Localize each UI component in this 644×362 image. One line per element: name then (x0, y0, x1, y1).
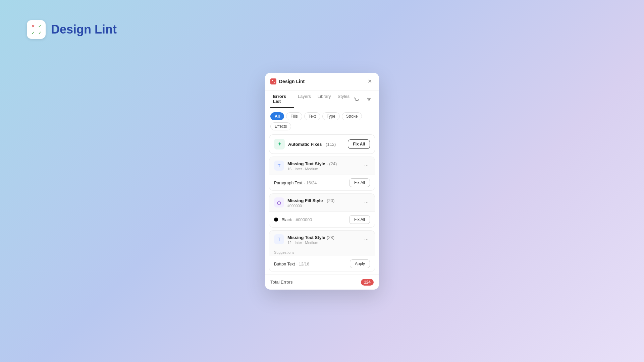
error-card-text-style-2: T Missing Text Style (28) 12 · Inter · M… (269, 230, 375, 272)
svg-rect-0 (272, 80, 273, 81)
more-button-3[interactable]: ··· (363, 235, 370, 244)
auto-fix-info: Automatic Fixes · (112) (288, 141, 336, 147)
error-item-label-2: Black · #000000 (274, 217, 312, 223)
filter-chips: All Fills Text Type Stroke Effects (265, 108, 379, 134)
more-button-2[interactable]: ··· (363, 198, 370, 207)
error-title-3: Missing Text Style (287, 235, 325, 240)
total-errors-label: Total Errors (270, 280, 292, 285)
nav-action-icons (352, 95, 374, 104)
error-info-3: Missing Text Style (28) 12 · Inter · Med… (287, 234, 334, 245)
auto-fix-count: · (112) (323, 142, 336, 147)
brand-title: Design Lint (51, 22, 117, 37)
panel-header-left: Design Lint (270, 78, 305, 84)
error-title-2: Missing Fill Style (287, 198, 323, 203)
brand-area: ✕ ✓ ✓ ✓ Design Lint (27, 20, 117, 39)
panel-logo-icon (270, 78, 276, 84)
plugin-panel: Design Lint ✕ Errors List Layers Library… (265, 73, 379, 290)
error-title-1: Missing Text Style (287, 161, 325, 166)
error-subtitle-2: #000000 (287, 204, 334, 208)
brand-icon-check2: ✓ (30, 30, 36, 36)
panel-footer: Total Errors 124 (265, 275, 379, 290)
error-subtitle-1: 16 · Inter · Medium (287, 167, 337, 171)
brand-icon-check1: ✓ (37, 23, 42, 29)
nav-tabs-list: Errors List Layers Library Styles (270, 90, 352, 108)
error-card-fill-style: Missing Fill Style · (20) #000000 ··· Bl… (269, 193, 375, 228)
auto-fix-card: ✦ Automatic Fixes · (112) Fix All (269, 134, 375, 154)
error-subtitle-3: 12 · Inter · Medium (287, 241, 334, 245)
error-card-footer-3: Button Text · 12/16 Apply (269, 256, 375, 272)
error-item-label-3: Button Text · 12/16 (274, 261, 309, 267)
errors-list: ✦ Automatic Fixes · (112) Fix All T Miss… (265, 134, 379, 272)
auto-fix-left: ✦ Automatic Fixes · (112) (274, 139, 336, 149)
tab-styles[interactable]: Styles (335, 90, 352, 108)
chip-all[interactable]: All (270, 112, 284, 120)
error-count-1: · (24) (327, 161, 337, 166)
panel-title: Design Lint (279, 79, 305, 84)
chip-text[interactable]: Text (304, 112, 320, 120)
total-errors-badge: 124 (361, 279, 374, 286)
brand-icon-check3: ✓ (37, 30, 42, 36)
error-card-header-2: Missing Fill Style · (20) #000000 ··· (269, 194, 375, 212)
error-card-left-2: Missing Fill Style · (20) #000000 (274, 197, 334, 208)
error-item-label-1: Paragraph Text · 16/24 (274, 180, 317, 186)
filter-icon[interactable] (364, 95, 374, 104)
auto-fix-title: Automatic Fixes (288, 142, 322, 147)
error-card-text-style-1: T Missing Text Style · (24) 16 · Inter ·… (269, 157, 375, 191)
auto-fix-icon: ✦ (274, 139, 285, 149)
error-title-row-1: Missing Text Style · (24) (287, 161, 337, 167)
error-title-row-2: Missing Fill Style · (20) (287, 197, 334, 203)
error-count-2: · (20) (324, 198, 334, 203)
chip-effects[interactable]: Effects (270, 122, 291, 130)
tab-library[interactable]: Library (315, 90, 334, 108)
error-count-3: (28) (327, 235, 334, 240)
refresh-icon[interactable] (352, 95, 362, 104)
fix-all-button-1[interactable]: Fix All (349, 178, 370, 187)
error-card-left-3: T Missing Text Style (28) 12 · Inter · M… (274, 234, 334, 245)
error-info-2: Missing Fill Style · (20) #000000 (287, 197, 334, 208)
error-title-row-3: Missing Text Style (28) (287, 234, 334, 240)
more-button-1[interactable]: ··· (363, 161, 370, 170)
error-card-header-3: T Missing Text Style (28) 12 · Inter · M… (269, 231, 375, 248)
brand-icon: ✕ ✓ ✓ ✓ (27, 20, 46, 39)
tab-errors-list[interactable]: Errors List (270, 90, 294, 108)
error-card-header-1: T Missing Text Style · (24) 16 · Inter ·… (269, 157, 375, 175)
fill-style-icon (274, 197, 284, 207)
fix-all-button-2[interactable]: Fix All (349, 215, 370, 224)
error-info-1: Missing Text Style · (24) 16 · Inter · M… (287, 161, 337, 171)
auto-fix-all-button[interactable]: Fix All (348, 139, 370, 149)
error-card-left-1: T Missing Text Style · (24) 16 · Inter ·… (274, 161, 337, 171)
svg-point-6 (369, 99, 370, 100)
svg-point-5 (368, 98, 369, 99)
tab-layers[interactable]: Layers (295, 90, 314, 108)
chip-stroke[interactable]: Stroke (342, 112, 362, 120)
text-style-icon-1: T (274, 161, 284, 171)
chip-type[interactable]: Type (322, 112, 340, 120)
chip-fills[interactable]: Fills (286, 112, 302, 120)
close-button[interactable]: ✕ (366, 77, 374, 85)
apply-button[interactable]: Apply (350, 259, 370, 268)
color-dot (274, 218, 278, 222)
panel-header: Design Lint ✕ (265, 73, 379, 90)
brand-icon-x: ✕ (30, 23, 36, 29)
svg-rect-1 (274, 82, 275, 83)
suggestions-label: Suggestions (269, 248, 375, 256)
nav-tabs: Errors List Layers Library Styles (265, 90, 379, 108)
error-card-footer-2: Black · #000000 Fix All (269, 212, 375, 227)
error-card-footer-1: Paragraph Text · 16/24 Fix All (269, 175, 375, 190)
text-style-icon-2: T (274, 234, 284, 244)
